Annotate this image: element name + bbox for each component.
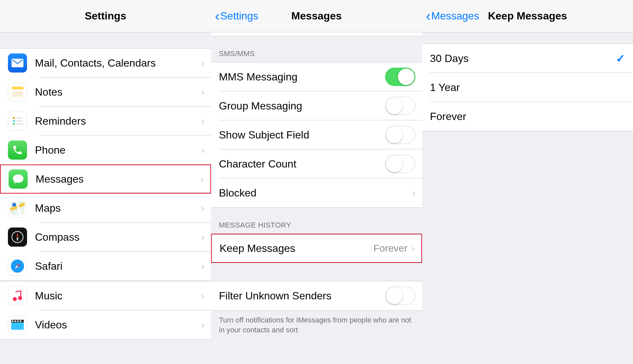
safari-icon <box>8 257 27 276</box>
svg-point-7 <box>13 123 15 125</box>
row-label: Character Count <box>219 158 385 170</box>
mail-icon <box>8 53 27 73</box>
row-keep-messages[interactable]: Keep Messages Forever › <box>211 234 422 263</box>
section-header-history: MESSAGE HISTORY <box>211 208 422 233</box>
back-button-settings[interactable]: ‹ Settings <box>215 9 258 23</box>
chevron-right-icon: › <box>201 57 204 69</box>
row-label: 30 Days <box>430 52 616 65</box>
messages-icon <box>9 169 28 189</box>
svg-rect-26 <box>20 320 21 322</box>
chevron-right-icon: › <box>200 173 204 185</box>
page-title: Keep Messages <box>488 10 567 22</box>
navbar-settings: Settings <box>0 0 211 32</box>
checkmark-icon: ✓ <box>616 52 625 65</box>
row-filter-unknown-senders[interactable]: Filter Unknown Senders <box>211 281 422 310</box>
row-label: MMS Messaging <box>219 71 385 83</box>
row-label: Blocked <box>219 187 412 199</box>
svg-rect-23 <box>12 320 14 322</box>
row-mail-contacts-calendars[interactable]: Mail, Contacts, Calendars › <box>0 48 211 77</box>
navbar-keep-messages: ‹ Messages Keep Messages <box>422 0 633 32</box>
row-messages[interactable]: Messages › <box>0 165 211 194</box>
row-show-subject-field[interactable]: Show Subject Field <box>211 120 422 149</box>
chevron-right-icon: › <box>201 202 204 214</box>
row-label: Keep Messages <box>220 242 374 255</box>
messages-settings-panel: ‹ Settings Messages SMS/MMS MMS Messagin… <box>211 0 422 364</box>
svg-point-21 <box>18 296 22 300</box>
chevron-left-icon: ‹ <box>215 9 220 23</box>
option-30-days[interactable]: 30 Days ✓ <box>422 44 633 73</box>
row-phone[interactable]: Phone › <box>0 136 211 165</box>
svg-rect-0 <box>12 59 23 67</box>
row-label: Phone <box>35 144 201 156</box>
row-label: Reminders <box>35 115 201 127</box>
settings-list-apps: Music › Videos › <box>0 281 211 340</box>
chevron-right-icon: › <box>201 86 204 98</box>
row-label: Forever <box>430 110 633 123</box>
chevron-right-icon: › <box>201 231 204 243</box>
row-blocked[interactable]: Blocked › <box>211 178 422 207</box>
toggle-character-count[interactable] <box>385 155 415 173</box>
svg-point-6 <box>13 120 15 122</box>
keep-messages-panel: ‹ Messages Keep Messages 30 Days ✓ 1 Yea… <box>422 0 633 364</box>
row-reminders[interactable]: Reminders › <box>0 106 211 136</box>
phone-icon <box>8 140 27 160</box>
compass-icon <box>8 228 27 247</box>
settings-root-panel: Settings Mail, Contacts, Calendars › Not… <box>0 0 211 364</box>
section-footer-filter: Turn off notifications for iMessages fro… <box>211 311 422 335</box>
row-label: Show Subject Field <box>219 129 385 141</box>
row-label: Videos <box>35 319 201 331</box>
row-videos[interactable]: Videos › <box>0 310 211 339</box>
toggle-show-subject-field[interactable] <box>385 126 415 144</box>
videos-icon <box>8 315 27 334</box>
chevron-right-icon: › <box>201 144 204 156</box>
toggle-filter-unknown-senders[interactable] <box>385 287 415 305</box>
row-label: Messages <box>36 173 200 185</box>
settings-list-main: Mail, Contacts, Calendars › Notes › Remi… <box>0 48 211 281</box>
svg-rect-2 <box>12 91 23 98</box>
sms-mms-list: MMS Messaging Group Messaging Show Subje… <box>211 62 422 208</box>
maps-icon <box>8 198 27 218</box>
row-group-messaging[interactable]: Group Messaging <box>211 91 422 120</box>
svg-rect-1 <box>12 87 23 89</box>
svg-marker-15 <box>16 237 18 242</box>
row-label: 1 Year <box>430 81 633 94</box>
svg-point-5 <box>13 117 15 119</box>
row-compass[interactable]: Compass › <box>0 223 211 252</box>
chevron-left-icon: ‹ <box>426 9 431 23</box>
row-label: Mail, Contacts, Calendars <box>35 57 201 69</box>
row-value: Forever <box>374 243 407 254</box>
toggle-group-messaging[interactable] <box>385 97 415 115</box>
row-label: Group Messaging <box>219 100 385 112</box>
row-character-count[interactable]: Character Count <box>211 149 422 178</box>
svg-point-20 <box>13 297 17 301</box>
toggle-mms-messaging[interactable] <box>385 68 415 86</box>
chevron-right-icon: › <box>201 115 204 127</box>
section-header-sms: SMS/MMS <box>211 36 422 62</box>
svg-point-12 <box>12 203 16 207</box>
notes-icon <box>8 82 27 102</box>
row-label: Notes <box>35 86 201 98</box>
row-label: Safari <box>35 260 201 272</box>
back-button-messages[interactable]: ‹ Messages <box>426 9 479 23</box>
row-maps[interactable]: Maps › <box>0 194 211 223</box>
keep-messages-options: 30 Days ✓ 1 Year Forever <box>422 44 633 131</box>
option-forever[interactable]: Forever <box>422 102 633 131</box>
row-label: Filter Unknown Senders <box>219 290 385 302</box>
chevron-right-icon: › <box>201 319 204 330</box>
row-music[interactable]: Music › <box>0 281 211 310</box>
message-history-list: Keep Messages Forever › <box>211 233 422 263</box>
chevron-right-icon: › <box>412 187 415 198</box>
row-mms-messaging[interactable]: MMS Messaging <box>211 62 422 91</box>
back-label: Messages <box>431 10 479 22</box>
filter-list: Filter Unknown Senders <box>211 281 422 311</box>
option-1-year[interactable]: 1 Year <box>422 73 633 102</box>
svg-rect-24 <box>15 320 16 322</box>
music-icon <box>8 286 27 305</box>
navbar-messages: ‹ Settings Messages <box>211 0 422 32</box>
reminders-icon <box>8 111 27 131</box>
svg-rect-27 <box>11 322 24 330</box>
row-safari[interactable]: Safari › <box>0 252 211 281</box>
row-notes[interactable]: Notes › <box>0 77 211 106</box>
page-title: Messages <box>291 10 342 22</box>
svg-marker-14 <box>16 232 18 237</box>
